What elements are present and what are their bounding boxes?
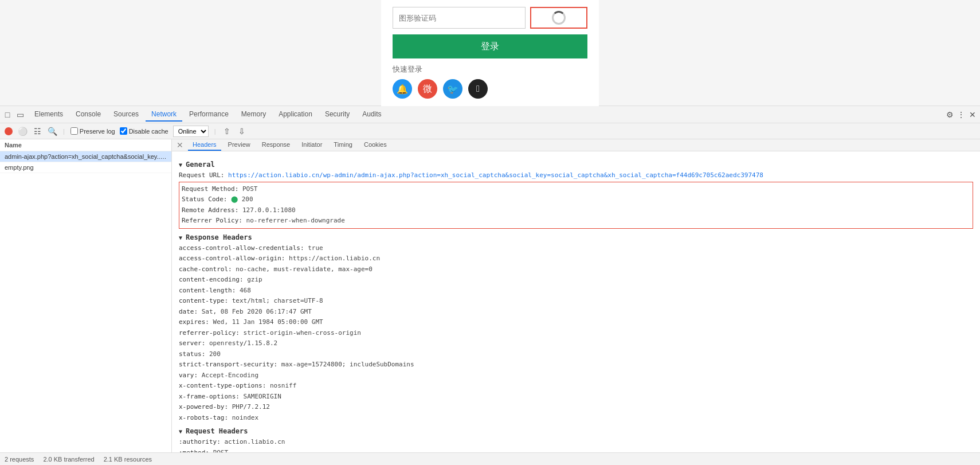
more-icon[interactable]: ⋮ xyxy=(956,110,966,120)
tab-elements[interactable]: Elements xyxy=(29,108,69,122)
tab-sources[interactable]: Sources xyxy=(108,108,144,122)
header-value: PHP/7.2.12 xyxy=(232,403,270,411)
request-headers-list: :authority: action.liabio.cn:method: POS… xyxy=(179,437,973,452)
response-header-row: x-robots-tag: noindex xyxy=(179,413,973,423)
header-name: strict-transport-security: xyxy=(179,361,277,368)
preserve-log-label: Preserve log xyxy=(80,128,115,135)
referrer-policy-row: Referrer Policy: no-referrer-when-downgr… xyxy=(182,216,970,226)
response-header-row: x-powered-by: PHP/7.2.12 xyxy=(179,403,973,412)
tab-console[interactable]: Console xyxy=(70,108,107,122)
response-headers-section-title: Response Headers xyxy=(179,233,973,241)
disable-cache-checkbox[interactable]: Disable cache xyxy=(120,127,168,135)
devtools-main-area: Name admin-ajax.php?action=xh_social_cap… xyxy=(0,139,980,452)
response-header-row: content-encoding: gzip xyxy=(179,275,973,285)
header-name: access-control-allow-origin: xyxy=(179,255,285,262)
list-item[interactable]: empty.png xyxy=(0,162,171,173)
disable-cache-input[interactable] xyxy=(120,127,127,135)
preserve-log-input[interactable] xyxy=(70,127,78,135)
header-value: 468 xyxy=(240,287,251,294)
tab-timing[interactable]: Timing xyxy=(329,139,357,151)
header-name: x-powered-by: xyxy=(179,403,228,411)
page-background: 登录 快速登录 🔔 微 🐦  xyxy=(0,0,980,106)
request-url-value: https://action.liabio.cn/wp-admin/admin-… xyxy=(228,171,763,179)
request-detail-tabs: ✕ Headers Preview Response Initiator Tim… xyxy=(172,139,980,151)
devtools-tab-bar: □ ▭ Elements Console Sources Network Per… xyxy=(0,106,980,123)
clear-icon[interactable]: ⚪ xyxy=(17,126,28,136)
header-name: content-encoding: xyxy=(179,276,244,283)
header-name: x-robots-tag: xyxy=(179,414,228,421)
list-item[interactable]: admin-ajax.php?action=xh_social_captcha&… xyxy=(0,151,171,162)
header-value: Sat, 08 Feb 2020 06:17:47 GMT xyxy=(202,308,312,315)
header-value: https://action.liabio.cn xyxy=(289,255,380,262)
disable-cache-label: Disable cache xyxy=(129,128,168,135)
network-throttle-select[interactable]: Online xyxy=(173,126,209,137)
close-devtools-icon[interactable]: ✕ xyxy=(967,110,978,120)
inspect-icon[interactable]: □ xyxy=(2,110,13,120)
devtools-panel: □ ▭ Elements Console Sources Network Per… xyxy=(0,106,980,465)
response-header-row: referrer-policy: strict-origin-when-cros… xyxy=(179,329,973,338)
record-button[interactable] xyxy=(5,127,13,135)
header-value: SAMEORIGIN xyxy=(244,393,281,400)
captcha-input[interactable] xyxy=(393,7,526,29)
captcha-row xyxy=(393,7,587,29)
header-value: action.liabio.cn xyxy=(224,438,285,446)
tab-performance[interactable]: Performance xyxy=(183,108,234,122)
tab-application[interactable]: Application xyxy=(273,108,318,122)
filter-icon[interactable]: ☷ xyxy=(32,126,42,136)
github-icon[interactable]:  xyxy=(468,79,488,99)
tab-memory[interactable]: Memory xyxy=(236,108,272,122)
tab-headers[interactable]: Headers xyxy=(188,139,221,151)
request-url-label: Request URL: xyxy=(179,171,224,179)
request-header-row: :authority: action.liabio.cn xyxy=(179,437,973,447)
status-dot: ⬤ xyxy=(231,196,238,203)
response-header-row: strict-transport-security: max-age=15724… xyxy=(179,360,973,370)
headers-panel: ✕ Headers Preview Response Initiator Tim… xyxy=(172,139,980,452)
tab-audits[interactable]: Audits xyxy=(356,108,387,122)
separator-1: | xyxy=(63,128,65,135)
tab-response[interactable]: Response xyxy=(257,139,295,151)
settings-icon[interactable]: ⚙ xyxy=(944,110,955,120)
search-icon[interactable]: 🔍 xyxy=(47,126,57,136)
wechat-icon[interactable]: 🐦 xyxy=(443,79,462,99)
tab-security[interactable]: Security xyxy=(319,108,355,122)
remote-address-row: Remote Address: 127.0.0.1:1080 xyxy=(182,206,970,216)
weibo-icon[interactable]: 微 xyxy=(418,79,437,99)
response-header-row: x-content-type-options: nosniff xyxy=(179,381,973,391)
close-detail-button[interactable]: ✕ xyxy=(177,140,183,150)
request-count: 2 requests xyxy=(5,456,34,463)
header-value: 200 xyxy=(209,350,221,358)
header-name: expires: xyxy=(179,318,209,326)
header-value: no-cache, must-revalidate, max-age=0 xyxy=(236,265,372,273)
tab-initiator[interactable]: Initiator xyxy=(297,139,327,151)
login-button[interactable]: 登录 xyxy=(393,34,587,58)
general-section-title: General xyxy=(179,161,973,169)
remote-address-label: Remote Address: xyxy=(182,206,238,214)
export-har-icon[interactable]: ⇩ xyxy=(237,126,247,136)
header-value: strict-origin-when-cross-origin xyxy=(244,329,361,337)
tab-cookies[interactable]: Cookies xyxy=(359,139,391,151)
headers-content-area: General Request URL: https://action.liab… xyxy=(172,151,980,452)
response-header-row: cache-control: no-cache, must-revalidate… xyxy=(179,265,973,275)
header-name: content-type: xyxy=(179,297,228,304)
captcha-image-box[interactable] xyxy=(530,7,587,29)
qq-icon[interactable]: 🔔 xyxy=(393,79,412,99)
request-method-row: Request Method: POST xyxy=(182,185,970,194)
header-value: text/html; charset=UTF-8 xyxy=(232,297,323,304)
preserve-log-checkbox[interactable]: Preserve log xyxy=(70,127,115,135)
header-name: access-control-allow-credentials: xyxy=(179,244,304,252)
toolbar-icons-group: □ ▭ xyxy=(2,110,25,120)
network-list-panel: Name admin-ajax.php?action=xh_social_cap… xyxy=(0,139,172,452)
header-value: gzip xyxy=(247,276,262,283)
separator-2: | xyxy=(214,128,216,135)
import-har-icon[interactable]: ⇧ xyxy=(222,126,232,136)
device-icon[interactable]: ▭ xyxy=(15,110,25,120)
header-name: referrer-policy: xyxy=(179,329,240,337)
tab-network[interactable]: Network xyxy=(146,108,182,122)
social-icons: 🔔 微 🐦  xyxy=(393,79,587,99)
remote-address-value: 127.0.0.1:1080 xyxy=(242,206,296,214)
tab-preview[interactable]: Preview xyxy=(224,139,255,151)
header-value: openresty/1.15.8.2 xyxy=(209,339,277,347)
status-bar: 2 requests 2.0 KB transferred 2.1 KB res… xyxy=(0,452,980,465)
request-headers-section-title: Request Headers xyxy=(179,427,973,435)
status-code-label: Status Code: xyxy=(182,196,227,203)
